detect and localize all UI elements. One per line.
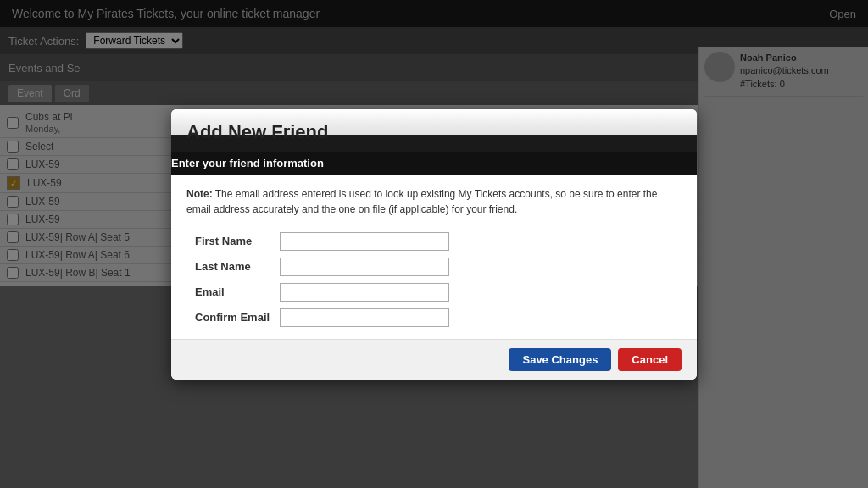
friend-form: First Name Last Name Email Confirm Email (195, 229, 456, 330)
last-name-input[interactable] (280, 258, 449, 276)
email-label: Email (195, 280, 280, 305)
modal-note: Note: The email address entered is used … (186, 186, 682, 217)
cancel-button[interactable]: Cancel (618, 348, 682, 371)
modal-overlay: Add New Friend Enter your friend informa… (0, 0, 868, 488)
add-friend-modal: Add New Friend Enter your friend informa… (171, 109, 697, 380)
save-changes-button[interactable]: Save Changes (509, 348, 611, 371)
modal-header: Add New Friend (171, 109, 697, 152)
last-name-label: Last Name (195, 254, 280, 280)
confirm-email-label: Confirm Email (195, 305, 280, 330)
modal-subtitle: Enter your friend information (171, 157, 324, 169)
modal-title: Add New Friend (186, 121, 682, 152)
first-name-label: First Name (195, 229, 280, 254)
modal-body: Note: The email address entered is used … (171, 175, 697, 339)
note-text: The email address entered is used to loo… (186, 188, 657, 215)
modal-footer: Save Changes Cancel (171, 339, 697, 380)
form-row-firstname: First Name (195, 229, 456, 254)
form-row-lastname: Last Name (195, 254, 456, 280)
form-row-confirm-email: Confirm Email (195, 305, 456, 330)
modal-subtitle-bar: Enter your friend information (171, 152, 697, 175)
form-row-email: Email (195, 280, 456, 305)
confirm-email-input[interactable] (280, 308, 449, 327)
first-name-input[interactable] (280, 232, 449, 251)
note-bold: Note: (186, 188, 213, 200)
email-input[interactable] (280, 283, 449, 302)
